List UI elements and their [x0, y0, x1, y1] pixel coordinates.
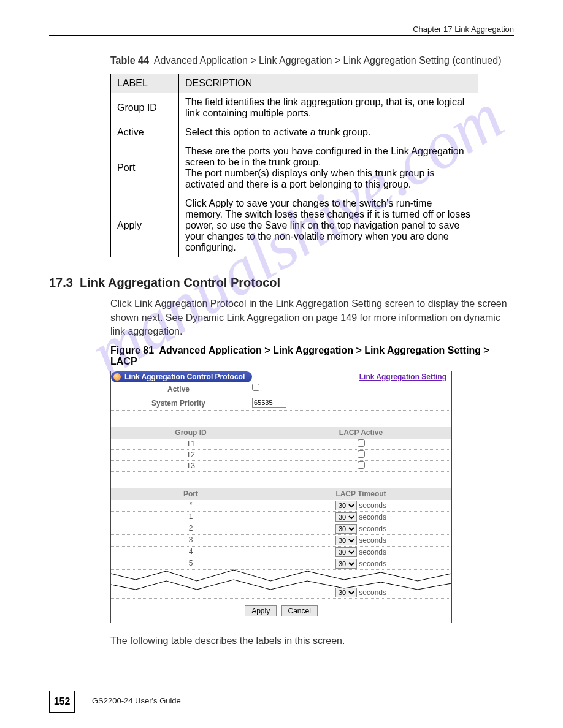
timeout-unit: seconds	[359, 525, 386, 533]
lacp-timeout-select[interactable]: 30	[335, 501, 357, 510]
panel-title-text: Link Aggregation Control Protocol	[124, 373, 245, 381]
table-row: Apply Click Apply to save your changes t…	[111, 194, 478, 257]
port-table-header: Port LACP Timeout	[111, 488, 451, 500]
active-label: Active	[111, 384, 246, 395]
port-row: 3 30 seconds	[111, 535, 451, 547]
torn-edge	[111, 566, 451, 591]
footer-text: GS2200-24 User's Guide	[92, 696, 181, 705]
cell-label: Port	[111, 142, 179, 194]
section-paragraph: Click Link Aggregation Protocol in the L…	[110, 297, 514, 338]
cell-desc: The field identifies the link aggregatio…	[179, 93, 478, 123]
system-priority-input[interactable]	[252, 398, 286, 408]
port-cell: 4	[111, 547, 270, 558]
figure-caption: Figure 81 Advanced Application > Link Ag…	[110, 345, 514, 367]
sphere-icon	[113, 373, 121, 381]
lacp-screenshot: Link Aggregation Control Protocol Link A…	[110, 371, 452, 623]
table-row: Port These are the ports you have config…	[111, 142, 478, 194]
lower-paragraph: The following table describes the labels…	[110, 634, 514, 648]
lacp-active-checkbox[interactable]	[358, 461, 365, 469]
col-lacp-timeout: LACP Timeout	[270, 488, 451, 500]
cell-label: Group ID	[111, 93, 179, 123]
chapter-header: Chapter 17 Link Aggregation	[49, 25, 514, 34]
cell-desc: These are the ports you have configured …	[179, 142, 478, 194]
timeout-unit: seconds	[359, 548, 386, 556]
port-row: 4 30 seconds	[111, 547, 451, 558]
timeout-unit: seconds	[359, 536, 386, 545]
link-aggregation-setting-link[interactable]: Link Aggregation Setting	[359, 373, 446, 381]
col-port: Port	[111, 488, 270, 500]
port-row: 2 30 seconds	[111, 523, 451, 535]
param-head-label: LABEL	[111, 74, 179, 93]
table-row: Group ID The field identifies the link a…	[111, 93, 478, 123]
group-row: T3	[111, 461, 451, 472]
port-row: 1 30 seconds	[111, 512, 451, 523]
port-cell: 1	[111, 512, 270, 523]
col-group-id: Group ID	[111, 427, 270, 439]
figure-label: Figure 81	[110, 345, 154, 355]
section-heading: 17.3 Link Aggregation Control Protocol	[49, 276, 514, 290]
cell-desc: Select this option to activate a trunk g…	[179, 123, 478, 142]
cell-label: Active	[111, 123, 179, 142]
group-id-cell: T1	[111, 439, 270, 449]
lacp-active-checkbox[interactable]	[358, 450, 365, 458]
param-head-desc: DESCRIPTION	[179, 74, 478, 93]
group-row: T1	[111, 439, 451, 450]
group-table-header: Group ID LACP Active	[111, 427, 451, 439]
port-cell: 2	[111, 523, 270, 534]
section-number: 17.3	[49, 276, 73, 289]
timeout-unit: seconds	[359, 501, 386, 510]
col-lacp-active: LACP Active	[270, 427, 451, 439]
apply-button[interactable]: Apply	[245, 605, 277, 616]
table-caption-num: Table 44	[110, 55, 149, 66]
cell-label: Apply	[111, 194, 179, 257]
timeout-unit: seconds	[359, 513, 386, 521]
cell-desc: Click Apply to save your changes to the …	[179, 194, 478, 257]
lacp-timeout-select[interactable]: 30	[335, 524, 357, 534]
port-row: * 30 seconds	[111, 500, 451, 512]
cancel-button[interactable]: Cancel	[282, 605, 318, 616]
section-title: Link Aggregation Control Protocol	[80, 276, 280, 289]
lacp-timeout-select[interactable]: 30	[335, 512, 357, 522]
panel-title: Link Aggregation Control Protocol	[111, 371, 252, 382]
lacp-timeout-select[interactable]: 30	[335, 547, 357, 557]
lacp-active-checkbox[interactable]	[358, 439, 365, 447]
port-cell: *	[111, 500, 270, 511]
table-row: Active Select this option to activate a …	[111, 123, 478, 142]
page-number: 152	[49, 691, 75, 713]
active-checkbox[interactable]	[252, 384, 259, 391]
figure-title: Advanced Application > Link Aggregation …	[110, 345, 489, 366]
group-id-cell: T2	[111, 450, 270, 460]
system-priority-label: System Priority	[111, 398, 246, 409]
group-id-cell: T3	[111, 461, 270, 471]
port-cell: 3	[111, 535, 270, 546]
group-row: T2	[111, 450, 451, 461]
parameter-table: LABEL DESCRIPTION Group ID The field ide…	[110, 74, 478, 257]
table-caption-text: Advanced Application > Link Aggregation …	[154, 55, 502, 66]
lacp-timeout-select[interactable]: 30	[335, 536, 357, 545]
table-caption: Table 44 Advanced Application > Link Agg…	[110, 54, 514, 67]
